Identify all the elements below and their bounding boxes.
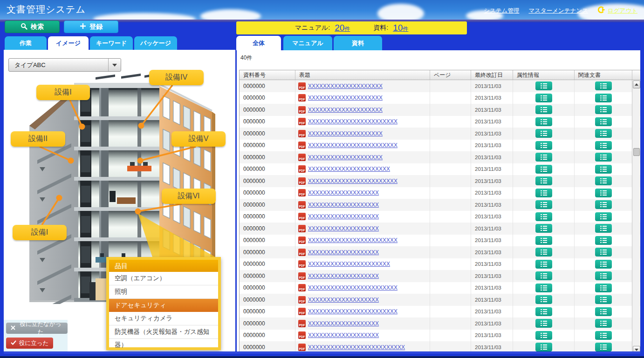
document-title-link[interactable]: XXXXXXXXXXXXXXXXXXXXXXXX <box>308 178 397 184</box>
attribute-info-button[interactable] <box>535 331 552 340</box>
document-title-link[interactable]: XXXXXXXXXXXXXXXXXXX <box>308 213 379 220</box>
attribute-info-button[interactable] <box>535 248 552 257</box>
document-title-link[interactable]: XXXXXXXXXXXXXXXXXXXXXX <box>308 166 390 172</box>
scroll-down-button[interactable] <box>633 346 640 352</box>
document-title-link[interactable]: XXXXXXXXXXXXXXXXXXX <box>308 273 379 279</box>
document-title-link[interactable]: XXXXXXXXXXXXXXXXXXX <box>308 202 379 208</box>
attribute-info-button[interactable] <box>535 284 552 292</box>
attribute-info-button[interactable] <box>535 307 552 316</box>
not-helpful-button[interactable]: 役に立たなかった <box>6 323 68 334</box>
document-title-link[interactable]: XXXXXXXXXXXXXXXXXXX <box>308 297 379 303</box>
related-docs-button[interactable] <box>595 224 612 233</box>
document-title-link[interactable]: XXXXXXXXXXXXXXXXXXXXXXXX <box>308 284 397 291</box>
attribute-info-button[interactable] <box>535 189 552 197</box>
related-docs-button[interactable] <box>595 343 612 351</box>
document-title-link[interactable]: XXXXXXXXXXXXXXXXXXX <box>308 249 379 256</box>
attribute-info-button[interactable] <box>535 81 552 90</box>
document-title-link[interactable]: XXXXXXXXXXXXXXXXXXXX <box>308 95 383 101</box>
related-docs-button[interactable] <box>595 189 612 197</box>
document-title-link[interactable]: XXXXXXXXXXXXXXXXXXXXXXXX <box>308 237 397 243</box>
related-docs-button[interactable] <box>595 212 612 221</box>
equipment-label-4[interactable]: 設備IV <box>149 70 204 85</box>
document-title-link[interactable]: XXXXXXXXXXXXXXXXXXXXXX <box>308 261 390 267</box>
attribute-info-button[interactable] <box>535 260 552 269</box>
document-title-link[interactable]: XXXXXXXXXXXXXXXXXXXXXXXX <box>308 308 397 315</box>
popup-item-door-security[interactable]: ドアセキュリティ <box>109 299 218 312</box>
document-title-link[interactable]: XXXXXXXXXXXXXXXXXXX <box>308 189 379 196</box>
tab-sagyou[interactable]: 作業 <box>5 36 47 50</box>
equipment-label-1b[interactable]: 設備I <box>13 225 67 240</box>
tab-manual[interactable]: マニュアル <box>283 36 332 50</box>
related-docs-button[interactable] <box>595 307 612 316</box>
document-title-link[interactable]: XXXXXXXXXXXXXXXXXXX <box>308 320 379 327</box>
attribute-info-button[interactable] <box>535 141 552 150</box>
attribute-info-button[interactable] <box>535 165 552 174</box>
master-maintenance-link[interactable]: マスターメンテナンス <box>528 7 588 15</box>
attribute-info-button[interactable] <box>535 212 552 221</box>
tab-image[interactable]: イメージ <box>48 36 89 50</box>
equipment-label-1[interactable]: 設備I <box>36 85 90 100</box>
related-docs-button[interactable] <box>595 105 612 114</box>
related-docs-button[interactable] <box>595 153 612 162</box>
attribute-info-button[interactable] <box>535 176 552 185</box>
manual-count-link[interactable]: 20件 <box>335 23 350 33</box>
scrollbar-thumb[interactable] <box>633 148 640 156</box>
tab-package[interactable]: パッケージ <box>134 36 177 50</box>
document-title-link[interactable]: XXXXXXXXXXXXXXXXXXXXXXXX <box>308 142 397 149</box>
attribute-info-button[interactable] <box>535 236 552 245</box>
vertical-scrollbar[interactable] <box>632 80 640 351</box>
document-title-link[interactable]: XXXXXXXXXXXXXXXXXXX <box>308 225 379 232</box>
related-docs-button[interactable] <box>595 295 612 304</box>
attribute-info-button[interactable] <box>535 200 552 209</box>
equipment-label-5[interactable]: 設備V <box>171 131 226 147</box>
related-docs-button[interactable] <box>595 331 612 340</box>
logout-link[interactable]: ログアウト <box>597 6 637 15</box>
attribute-info-button[interactable] <box>535 319 552 328</box>
related-docs-button[interactable] <box>595 94 612 102</box>
related-docs-button[interactable] <box>595 81 612 90</box>
related-docs-button[interactable] <box>595 319 612 328</box>
popup-item-aircon[interactable]: 空調（エアコン） <box>109 272 218 285</box>
system-admin-link[interactable]: システム管理 <box>484 7 519 15</box>
tab-document[interactable]: 資料 <box>334 36 382 50</box>
popup-item-lighting[interactable]: 照明 <box>109 285 218 299</box>
related-docs-button[interactable] <box>595 248 612 257</box>
doc-count-link[interactable]: 10件 <box>393 23 408 33</box>
document-title-link[interactable]: XXXXXXXXXXXXXXXXXXX <box>308 332 379 338</box>
attribute-info-button[interactable] <box>535 129 552 138</box>
related-docs-button[interactable] <box>595 129 612 138</box>
related-docs-button[interactable] <box>595 271 612 280</box>
related-docs-button[interactable] <box>595 236 612 245</box>
related-docs-button[interactable] <box>595 117 612 126</box>
document-title-link[interactable]: XXXXXXXXXXXXXXXXXXXXXXXXXX <box>308 344 405 351</box>
related-docs-button[interactable] <box>595 176 612 185</box>
popup-item-security-camera[interactable]: セキュリティカメラ <box>109 312 218 325</box>
equipment-label-2[interactable]: 設備II <box>11 131 65 147</box>
related-docs-button[interactable] <box>595 260 612 269</box>
register-button[interactable]: 登録 <box>64 20 118 33</box>
attribute-info-button[interactable] <box>535 343 552 351</box>
related-docs-button[interactable] <box>595 165 612 174</box>
tab-keyword[interactable]: キーワード <box>90 36 133 50</box>
helpful-button[interactable]: 役に立った <box>6 338 53 349</box>
search-button[interactable]: 検索 <box>5 20 60 33</box>
attribute-info-button[interactable] <box>535 224 552 233</box>
popup-item-disaster-equipment[interactable]: 防災機器（火災報知器・ガス感知器） <box>109 325 218 339</box>
related-docs-button[interactable] <box>595 141 612 150</box>
attribute-info-button[interactable] <box>535 295 552 304</box>
attribute-info-button[interactable] <box>535 153 552 162</box>
tab-all[interactable]: 全体 <box>236 36 281 50</box>
document-title-link[interactable]: XXXXXXXXXXXXXXXXXXXX <box>308 107 383 113</box>
equipment-label-6[interactable]: 設備VI <box>162 189 216 204</box>
scroll-up-button[interactable] <box>633 81 640 88</box>
attribute-info-button[interactable] <box>535 94 552 102</box>
document-title-link[interactable]: XXXXXXXXXXXXXXXXXXXX <box>308 154 383 161</box>
related-docs-button[interactable] <box>595 284 612 292</box>
document-title-link[interactable]: XXXXXXXXXXXXXXXXXXXX <box>308 83 383 89</box>
attribute-info-button[interactable] <box>535 271 552 280</box>
document-title-link[interactable]: XXXXXXXXXXXXXXXXXXXX <box>308 130 383 137</box>
attribute-info-button[interactable] <box>535 117 552 126</box>
related-docs-button[interactable] <box>595 200 612 209</box>
document-title-link[interactable]: XXXXXXXXXXXXXXXXXXXXXXXX <box>308 118 397 125</box>
attribute-info-button[interactable] <box>535 105 552 114</box>
